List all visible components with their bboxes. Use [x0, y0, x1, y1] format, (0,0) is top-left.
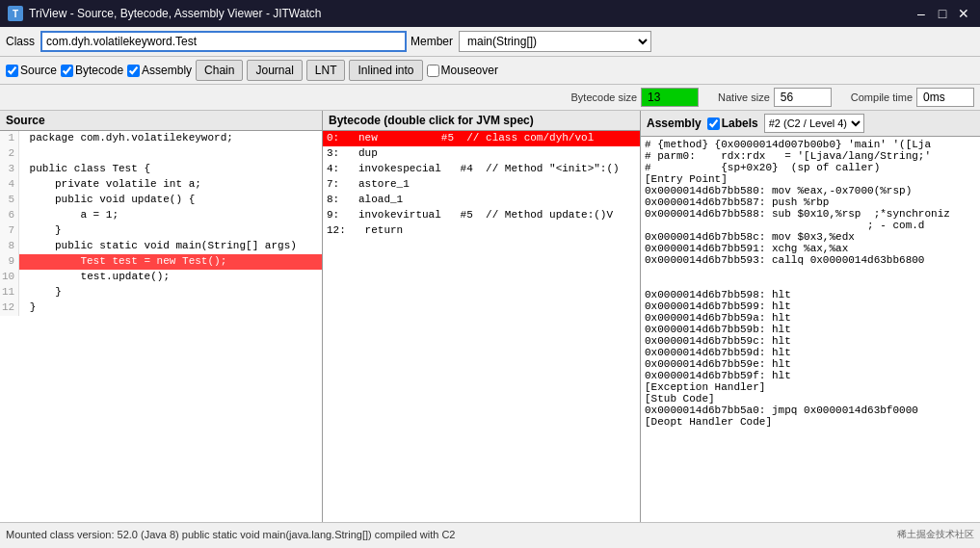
line-number: 2 — [0, 146, 19, 162]
line-content: public class Test { — [19, 162, 322, 177]
watermark: 稀土掘金技术社区 — [897, 528, 974, 541]
assembly-tier-select[interactable]: #2 (C2 / Level 4) — [764, 114, 864, 133]
member-label: Member — [411, 35, 453, 48]
source-line: 11 } — [0, 285, 322, 300]
main-toolbar: Class Member main(String[]) — [0, 27, 980, 57]
bytecode-line: 3: dup — [323, 146, 640, 162]
line-content: Test test = new Test(); — [19, 254, 322, 270]
title-bar: T TriView - Source, Bytecode, Assembly V… — [0, 0, 980, 27]
line-number: 4 — [0, 177, 19, 193]
line-content: public static void main(String[] args) — [19, 239, 322, 254]
bytecode-size-label: Bytecode size — [571, 91, 637, 103]
line-content: public void update() { — [19, 193, 322, 208]
assembly-header-row: Assembly Labels #2 (C2 / Level 4) — [647, 114, 864, 133]
bytecode-content: 9: invokevirtual #5 // Method update:()V — [323, 208, 640, 223]
status-bar: Mounted class version: 52.0 (Java 8) pub… — [0, 522, 980, 545]
source-panel-title: Source — [6, 114, 45, 127]
source-line: 8 public static void main(String[] args) — [0, 239, 322, 254]
lnt-button[interactable]: LNT — [306, 60, 346, 81]
source-checkbox[interactable] — [6, 65, 18, 77]
bytecode-checkbox[interactable] — [61, 65, 73, 77]
line-number: 7 — [0, 223, 19, 239]
maximize-button[interactable]: □ — [934, 5, 951, 22]
line-number: 5 — [0, 193, 19, 208]
bytecode-content[interactable]: 0: new #5 // class com/dyh/vol3: dup4: i… — [323, 131, 640, 522]
line-content: test.update(); — [19, 270, 322, 285]
bytecode-checkbox-group[interactable]: Bytecode — [61, 64, 123, 77]
bytecode-line: 7: astore_1 — [323, 177, 640, 193]
line-number: 6 — [0, 208, 19, 223]
source-line: 1 package com.dyh.volatilekeyword; — [0, 131, 322, 146]
line-number: 10 — [0, 270, 19, 285]
bytecode-line: 0: new #5 // class com/dyh/vol — [323, 131, 640, 146]
app-icon: T — [8, 6, 23, 21]
source-label: Source — [20, 64, 57, 77]
class-input[interactable] — [40, 31, 407, 52]
bytecode-content: 3: dup — [323, 146, 640, 162]
line-content: } — [19, 223, 322, 239]
line-content — [19, 146, 322, 162]
assembly-checkbox[interactable] — [127, 65, 140, 77]
source-line: 5 public void update() { — [0, 193, 322, 208]
source-line: 10 test.update(); — [0, 270, 322, 285]
bytecode-content: 7: astore_1 — [323, 177, 640, 193]
source-line: 12 } — [0, 300, 322, 316]
labels-checkbox-group[interactable]: Labels — [707, 117, 758, 130]
inlined-button[interactable]: Inlined into — [349, 60, 422, 81]
member-select[interactable]: main(String[]) — [459, 31, 651, 52]
source-panel: Source 1 package com.dyh.volatilekeyword… — [0, 111, 323, 522]
bytecode-content: 0: new #5 // class com/dyh/vol — [323, 131, 640, 146]
status-message: Mounted class version: 52.0 (Java 8) pub… — [6, 529, 456, 540]
source-line: 6 a = 1; — [0, 208, 322, 223]
line-content: private volatile int a; — [19, 177, 322, 193]
line-number: 1 — [0, 131, 19, 146]
compile-time-group: Compile time 0ms — [851, 88, 974, 107]
source-checkbox-group[interactable]: Source — [6, 64, 57, 77]
native-size-group: Native size 56 — [718, 88, 832, 107]
line-number: 12 — [0, 300, 19, 316]
line-content: } — [19, 300, 322, 316]
source-panel-header: Source — [0, 111, 322, 131]
bytecode-panel-title: Bytecode (double click for JVM spec) — [329, 114, 534, 127]
compile-time-label: Compile time — [851, 91, 913, 103]
assembly-content[interactable]: # {method} {0x0000014d007b00b0} 'main' '… — [641, 137, 980, 522]
native-size-value: 56 — [774, 88, 832, 107]
title-text: TriView - Source, Bytecode, Assembly Vie… — [29, 7, 321, 20]
line-content: } — [19, 285, 322, 300]
assembly-panel-title: Assembly — [647, 117, 702, 130]
view-toolbar: Source Bytecode Assembly Chain Journal L… — [0, 57, 980, 85]
bytecode-line: 12: return — [323, 223, 640, 239]
source-line: 4 private volatile int a; — [0, 177, 322, 193]
mouseover-label: Mouseover — [441, 64, 498, 77]
bytecode-size-group: Bytecode size 13 — [571, 88, 699, 107]
assembly-checkbox-group[interactable]: Assembly — [127, 64, 192, 77]
source-content[interactable]: 1 package com.dyh.volatilekeyword;23 pub… — [0, 131, 322, 522]
source-line: 9 Test test = new Test(); — [0, 254, 322, 270]
chain-button[interactable]: Chain — [196, 60, 243, 81]
bytecode-content: 12: return — [323, 223, 640, 239]
bytecode-panel: Bytecode (double click for JVM spec) 0: … — [323, 111, 641, 522]
bytecode-line: 8: aload_1 — [323, 193, 640, 208]
bytecode-content: 8: aload_1 — [323, 193, 640, 208]
line-number: 8 — [0, 239, 19, 254]
source-line: 7 } — [0, 223, 322, 239]
close-button[interactable]: ✕ — [955, 5, 972, 22]
line-number: 11 — [0, 285, 19, 300]
main-content: Source 1 package com.dyh.volatilekeyword… — [0, 111, 980, 522]
source-line: 3 public class Test { — [0, 162, 322, 177]
journal-button[interactable]: Journal — [247, 60, 302, 81]
bytecode-label: Bytecode — [75, 64, 123, 77]
minimize-button[interactable]: – — [913, 5, 930, 22]
bytecode-content: 4: invokespecial #4 // Method "<init>":(… — [323, 162, 640, 177]
metrics-row: Bytecode size 13 Native size 56 Compile … — [0, 85, 980, 111]
source-line: 2 — [0, 146, 322, 162]
assembly-panel-header: Assembly Labels #2 (C2 / Level 4) — [641, 111, 980, 137]
line-number: 3 — [0, 162, 19, 177]
mouseover-checkbox[interactable] — [427, 65, 439, 77]
assembly-lines: # {method} {0x0000014d007b00b0} 'main' '… — [641, 137, 980, 430]
line-content: package com.dyh.volatilekeyword; — [19, 131, 322, 146]
native-size-label: Native size — [718, 91, 770, 103]
labels-label: Labels — [722, 117, 758, 130]
mouseover-checkbox-group[interactable]: Mouseover — [427, 64, 498, 77]
labels-checkbox[interactable] — [707, 117, 720, 130]
